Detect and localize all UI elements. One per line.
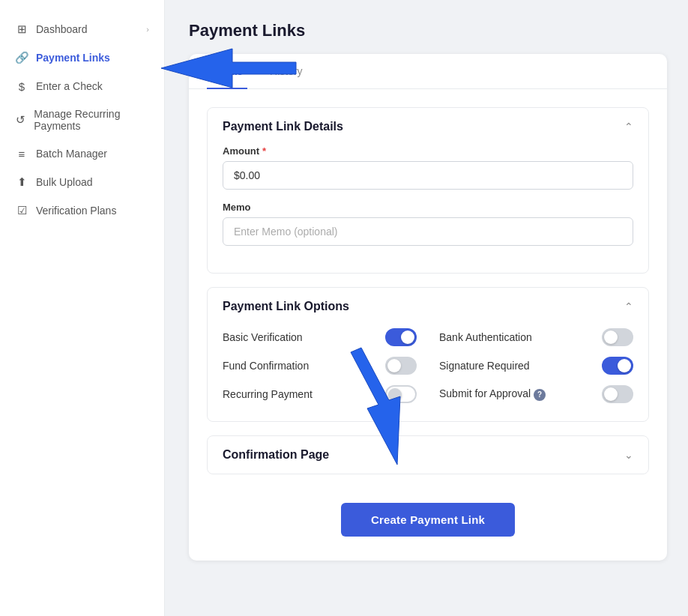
sidebar: ⊞Dashboard›🔗Payment Links$Enter a Check↺… bbox=[0, 0, 165, 616]
confirmation-section-title: Confirmation Page bbox=[223, 448, 329, 462]
options-section-title: Payment Link Options bbox=[223, 300, 349, 313]
card-body: Payment Link Details ⌃ Amount * Memo bbox=[189, 89, 667, 561]
details-section-header[interactable]: Payment Link Details ⌃ bbox=[208, 108, 648, 145]
sidebar-item-enter-check[interactable]: $Enter a Check bbox=[0, 72, 164, 100]
tab-history[interactable]: History bbox=[265, 55, 307, 89]
payment-links-icon: 🔗 bbox=[15, 51, 28, 64]
dashboard-icon: ⊞ bbox=[15, 22, 28, 36]
amount-required: * bbox=[262, 145, 266, 157]
dashboard-label: Dashboard bbox=[36, 23, 88, 35]
verification-plans-label: Verification Plans bbox=[36, 205, 116, 217]
memo-input[interactable] bbox=[223, 217, 633, 246]
option-row-signature-required: Signature Required bbox=[439, 357, 633, 375]
options-chevron-icon: ⌃ bbox=[624, 301, 633, 312]
amount-group: Amount * bbox=[223, 145, 633, 190]
sidebar-item-payment-links[interactable]: 🔗Payment Links bbox=[0, 43, 164, 72]
main-card: CreateHistory Payment Link Details ⌃ Amo… bbox=[189, 54, 667, 561]
option-row-submit-for-approval: Submit for Approval ? bbox=[439, 385, 633, 403]
toggle-bank-authentication[interactable] bbox=[602, 328, 633, 346]
sidebar-item-bulk-upload[interactable]: ⬆Bulk Upload bbox=[0, 168, 164, 196]
tabs-bar: CreateHistory bbox=[189, 54, 667, 89]
option-label-basic-verification: Basic Verification bbox=[223, 331, 303, 343]
enter-check-icon: $ bbox=[15, 79, 28, 93]
memo-label: Memo bbox=[223, 202, 633, 213]
payment-link-options-section: Payment Link Options ⌃ Basic Verificatio… bbox=[207, 287, 649, 422]
payment-links-label: Payment Links bbox=[36, 52, 110, 64]
options-grid: Basic VerificationBank AuthenticationFun… bbox=[223, 325, 633, 406]
manage-recurring-label: Manage Recurring Payments bbox=[34, 108, 149, 132]
toggle-fund-confirmation[interactable] bbox=[385, 357, 417, 375]
details-section-body: Amount * Memo bbox=[208, 145, 648, 273]
toggle-signature-required[interactable] bbox=[602, 357, 633, 375]
enter-check-label: Enter a Check bbox=[36, 80, 103, 92]
toggle-recurring-payment[interactable] bbox=[385, 385, 417, 403]
options-section-body: Basic VerificationBank AuthenticationFun… bbox=[208, 325, 648, 421]
dashboard-chevron-icon: › bbox=[146, 25, 149, 34]
details-chevron-icon: ⌃ bbox=[624, 121, 633, 133]
option-label-recurring-payment: Recurring Payment bbox=[223, 388, 313, 400]
option-row-recurring-payment: Recurring Payment bbox=[223, 385, 417, 403]
bulk-upload-label: Bulk Upload bbox=[36, 176, 93, 188]
batch-manager-icon: ≡ bbox=[15, 147, 28, 160]
option-label-bank-authentication: Bank Authentication bbox=[439, 331, 532, 343]
option-label-submit-for-approval: Submit for Approval ? bbox=[439, 387, 546, 401]
amount-label: Amount * bbox=[223, 145, 633, 157]
option-row-fund-confirmation: Fund Confirmation bbox=[223, 357, 417, 375]
batch-manager-label: Batch Manager bbox=[36, 148, 107, 160]
details-section-title: Payment Link Details bbox=[223, 120, 343, 133]
toggle-submit-for-approval[interactable] bbox=[602, 385, 633, 403]
sidebar-item-batch-manager[interactable]: ≡Batch Manager bbox=[0, 139, 164, 168]
manage-recurring-icon: ↺ bbox=[15, 113, 26, 127]
help-icon-submit-for-approval[interactable]: ? bbox=[534, 389, 546, 401]
submit-area: Create Payment Link bbox=[207, 488, 649, 543]
tab-create[interactable]: Create bbox=[207, 55, 247, 89]
confirmation-chevron-icon: ⌄ bbox=[624, 449, 633, 461]
confirmation-page-section: Confirmation Page ⌄ bbox=[207, 435, 649, 474]
confirmation-section-header[interactable]: Confirmation Page ⌄ bbox=[208, 436, 648, 474]
main-content: Payment Links CreateHistory Payment Link… bbox=[165, 0, 688, 616]
option-row-bank-authentication: Bank Authentication bbox=[439, 328, 633, 346]
option-label-fund-confirmation: Fund Confirmation bbox=[223, 360, 309, 372]
sidebar-item-verification-plans[interactable]: ☑Verification Plans bbox=[0, 196, 164, 225]
amount-input[interactable] bbox=[223, 161, 633, 190]
payment-link-details-section: Payment Link Details ⌃ Amount * Memo bbox=[207, 107, 649, 274]
sidebar-item-manage-recurring[interactable]: ↺Manage Recurring Payments bbox=[0, 100, 164, 139]
options-section-header[interactable]: Payment Link Options ⌃ bbox=[208, 288, 648, 325]
page-title: Payment Links bbox=[189, 21, 667, 40]
option-row-basic-verification: Basic Verification bbox=[223, 328, 417, 346]
bulk-upload-icon: ⬆ bbox=[15, 175, 28, 189]
memo-group: Memo bbox=[223, 202, 633, 246]
sidebar-item-dashboard[interactable]: ⊞Dashboard› bbox=[0, 15, 164, 43]
verification-plans-icon: ☑ bbox=[15, 204, 28, 217]
create-payment-link-button[interactable]: Create Payment Link bbox=[341, 503, 515, 537]
option-label-signature-required: Signature Required bbox=[439, 360, 530, 372]
toggle-basic-verification[interactable] bbox=[385, 328, 417, 346]
